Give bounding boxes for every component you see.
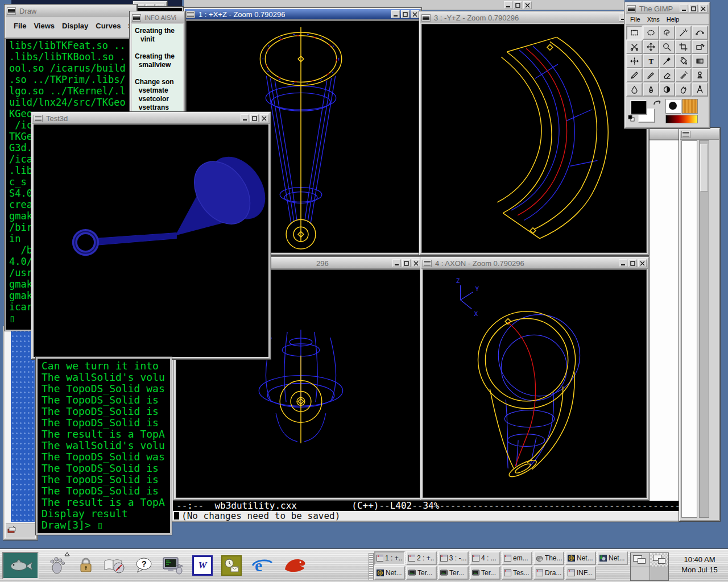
paintbrush-tool[interactable] xyxy=(643,68,659,82)
color-picker-tool[interactable] xyxy=(659,54,676,68)
swap-colors-icon[interactable] xyxy=(653,99,662,109)
panel-handle[interactable] xyxy=(369,553,374,580)
maximize-button[interactable] xyxy=(689,5,698,13)
task-button-terminal3[interactable]: Ter... xyxy=(470,566,500,580)
fuzzy-select-tool[interactable] xyxy=(675,26,692,40)
foreground-color-swatch[interactable] xyxy=(630,100,647,115)
viewport4-titlebar[interactable]: 4 : AXON - Zoom 0.790296 xyxy=(421,258,648,269)
scrollbar-track[interactable] xyxy=(699,140,709,518)
draw-terminal-window[interactable]: Can we turn it into The wallSolid's volu… xyxy=(36,357,172,535)
draw-titlebar[interactable]: Draw xyxy=(6,6,136,16)
measure-tool[interactable] xyxy=(692,82,708,97)
close-button[interactable] xyxy=(699,5,708,13)
bezier-select-tool[interactable] xyxy=(692,26,708,40)
task-button-netscape3[interactable]: Net... xyxy=(374,566,405,580)
maximize-button[interactable] xyxy=(514,1,522,9)
task-button-terminal2[interactable]: Ter... xyxy=(438,566,469,580)
pager-desk-4[interactable] xyxy=(650,567,669,581)
pager-desk-3[interactable] xyxy=(631,567,650,581)
window-menu-icon[interactable] xyxy=(7,7,16,15)
internet-explorer-launcher[interactable]: e xyxy=(250,555,274,576)
window-menu-icon[interactable] xyxy=(627,5,636,13)
minimize-button[interactable] xyxy=(391,10,400,18)
task-button-draw[interactable]: Dra... xyxy=(533,566,564,580)
close-button[interactable] xyxy=(260,114,268,122)
minimize-button[interactable] xyxy=(680,5,688,13)
task-button-viewport3[interactable]: 3 : -... xyxy=(438,551,469,565)
task-button-netscape2[interactable]: Net... xyxy=(597,551,628,565)
maximize-button[interactable] xyxy=(401,10,410,18)
window-menu-icon[interactable] xyxy=(132,14,141,22)
close-button[interactable] xyxy=(411,10,419,18)
viewport4-canvas[interactable]: Z Y X xyxy=(423,269,647,498)
smudge-tool[interactable] xyxy=(675,82,692,97)
flip-tool[interactable] xyxy=(626,54,643,68)
menu-help[interactable]: Help xyxy=(667,16,680,23)
menu-file[interactable]: File xyxy=(630,16,640,23)
transform-tool[interactable] xyxy=(692,40,708,54)
scrollbar-thumb[interactable] xyxy=(700,144,708,192)
ellipse-select-tool[interactable] xyxy=(643,26,659,40)
pencil-tool[interactable] xyxy=(626,68,643,82)
menu-curves[interactable]: Curves xyxy=(96,22,121,30)
window-menu-icon[interactable] xyxy=(34,115,43,122)
test3d-canvas[interactable] xyxy=(34,124,268,357)
dodge-burn-tool[interactable] xyxy=(659,82,676,97)
ink-tool[interactable] xyxy=(643,82,659,97)
maximize-button[interactable] xyxy=(628,259,637,267)
clone-tool[interactable] xyxy=(692,68,708,82)
close-button[interactable] xyxy=(523,1,532,9)
gnome-terminal-launcher[interactable] xyxy=(162,556,184,575)
pager-desk-2[interactable] xyxy=(650,553,669,567)
rect-select-tool[interactable] xyxy=(626,26,643,40)
close-button[interactable] xyxy=(412,259,420,267)
task-button-test3d[interactable]: Tes... xyxy=(502,566,532,580)
zoom-tool[interactable] xyxy=(659,40,676,54)
netscape-status-icon[interactable] xyxy=(7,526,16,536)
task-button-viewport4[interactable]: 4 : ... xyxy=(470,551,500,565)
free-select-tool[interactable] xyxy=(659,26,676,40)
pager-desk-1[interactable] xyxy=(631,553,650,567)
blur-tool[interactable] xyxy=(626,82,643,97)
window-menu-icon[interactable] xyxy=(681,131,690,138)
scissors-tool[interactable] xyxy=(626,40,643,54)
ms-outlook-launcher[interactable] xyxy=(221,555,242,576)
mozilla-launcher[interactable] xyxy=(283,556,309,575)
task-button-viewport2[interactable]: 2 : +... xyxy=(406,551,437,565)
viewport3-canvas[interactable] xyxy=(421,24,647,253)
task-button-emacs[interactable]: em... xyxy=(502,551,532,565)
bucket-fill-tool[interactable] xyxy=(675,54,692,68)
gimp-titlebar[interactable]: The GIMP xyxy=(626,3,709,14)
menu-xtns[interactable]: Xtns xyxy=(647,16,660,23)
maximize-button[interactable] xyxy=(250,114,259,122)
minimize-button[interactable] xyxy=(392,259,401,267)
airbrush-tool[interactable] xyxy=(675,68,692,82)
window-menu-icon[interactable] xyxy=(186,11,195,18)
text-tool[interactable]: T xyxy=(643,54,659,68)
lock-screen-launcher[interactable] xyxy=(77,556,94,575)
menu-display[interactable]: Display xyxy=(62,22,88,30)
window-menu-icon[interactable] xyxy=(421,14,431,22)
fish-applet[interactable] xyxy=(2,552,39,579)
brush-swatch[interactable] xyxy=(665,99,681,114)
task-button-netscape1[interactable]: Net... xyxy=(565,551,596,565)
task-button-gimp[interactable]: The... xyxy=(533,551,564,565)
minimize-button[interactable] xyxy=(241,114,249,122)
window-menu-icon[interactable] xyxy=(423,260,432,267)
manual-browser-launcher[interactable] xyxy=(103,556,126,575)
default-colors-icon[interactable] xyxy=(628,114,635,124)
info-titlebar[interactable]: INFO AISVi xyxy=(131,13,184,23)
blend-tool[interactable] xyxy=(692,54,708,68)
eraser-tool[interactable] xyxy=(659,68,676,82)
pattern-swatch[interactable] xyxy=(682,99,698,114)
viewport3-titlebar[interactable]: 3 : -Y+Z - Zoom 0.790296 xyxy=(420,13,648,23)
gnome-menu-button[interactable] xyxy=(47,553,69,578)
task-button-viewport1[interactable]: 1 : +... xyxy=(374,551,405,565)
maximize-button[interactable] xyxy=(402,259,411,267)
move-tool[interactable] xyxy=(643,40,659,54)
task-button-terminal1[interactable]: Ter... xyxy=(406,566,437,580)
menu-file[interactable]: File xyxy=(14,22,26,30)
gradient-swatch[interactable] xyxy=(665,115,698,123)
task-button-info[interactable]: INF... xyxy=(565,566,596,580)
minimize-button[interactable] xyxy=(504,1,512,9)
